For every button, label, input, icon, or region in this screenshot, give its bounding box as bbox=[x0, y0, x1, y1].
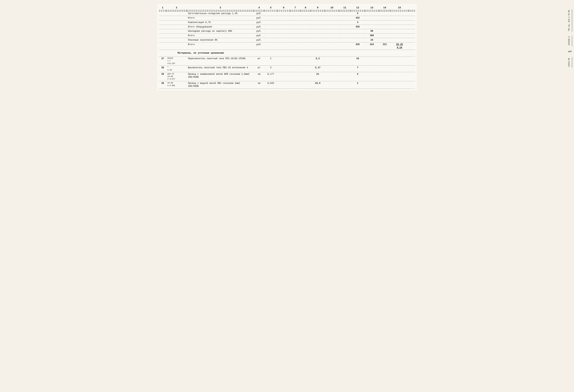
cell-col1 bbox=[159, 25, 166, 29]
cell-col15 bbox=[390, 81, 408, 89]
cell-col13 bbox=[365, 56, 379, 65]
cell-col14 bbox=[379, 81, 390, 89]
header-col14: 14 bbox=[379, 6, 390, 10]
table-row: 4015-09 п.5-001Провод с медной жилой ПВС… bbox=[159, 81, 415, 89]
cell-col4: руб. bbox=[254, 11, 264, 16]
table-row: Материалы, не учтенные ценниками bbox=[159, 50, 415, 56]
cell-col4: шт bbox=[254, 56, 264, 65]
cell-col2 bbox=[166, 25, 187, 29]
cell-col9: 2,17 bbox=[311, 65, 325, 72]
side-label-2: Альбом 8 bbox=[568, 36, 572, 46]
cell-col14 bbox=[379, 72, 390, 81]
cell-col15 bbox=[390, 34, 408, 38]
cell-col3: Заготовительно-складские расходы 1,2% bbox=[187, 11, 254, 16]
cell-col12 bbox=[350, 34, 365, 38]
cell-col10 bbox=[325, 34, 339, 38]
table-container: 1 2 3 4 5 6 7 8 9 10 11 12 13 14 15 bbox=[159, 6, 415, 89]
header-col9: 9 bbox=[311, 6, 325, 10]
cell-col8 bbox=[300, 42, 311, 50]
section-header: Материалы, не учтенные ценниками bbox=[159, 50, 415, 56]
cell-col3: Переключатель пакетный типа ПП2-10/В2-1Р… bbox=[187, 56, 254, 65]
cell-col12: 7 bbox=[350, 65, 365, 72]
cell-col3: Итого оборудования bbox=[187, 25, 254, 29]
main-table: 1 2 3 4 5 6 7 8 9 10 11 12 13 14 15 bbox=[159, 6, 415, 89]
cell-col14 bbox=[379, 16, 390, 20]
cell-col10 bbox=[325, 56, 339, 65]
cell-col10 bbox=[325, 38, 339, 42]
side-col bbox=[409, 16, 415, 20]
header-col2: 2 bbox=[166, 6, 187, 10]
side-col bbox=[409, 38, 415, 42]
cell-col2: " п.29 bbox=[166, 65, 187, 72]
cell-col2 bbox=[166, 20, 187, 25]
cell-col7 bbox=[290, 34, 300, 38]
cell-col3: Итого bbox=[187, 42, 254, 50]
cell-col8 bbox=[300, 20, 311, 25]
cell-col1 bbox=[159, 11, 166, 16]
cell-col13 bbox=[365, 81, 379, 89]
cell-col7 bbox=[290, 65, 300, 72]
cell-col15 bbox=[390, 56, 408, 65]
cell-col13: 300 bbox=[365, 34, 379, 38]
cell-col8 bbox=[300, 81, 311, 89]
cell-col2: 15-09 п.5-001 bbox=[166, 81, 187, 89]
cell-col11 bbox=[339, 81, 350, 89]
cell-col14 bbox=[379, 56, 390, 65]
header-col13: 13 bbox=[365, 6, 379, 10]
header-col4: 4 bbox=[254, 6, 264, 10]
side-col bbox=[409, 11, 415, 16]
cell-col13 bbox=[365, 20, 379, 25]
cell-col4: руб. bbox=[254, 25, 264, 29]
cell-col3: Провод с медной жилой ПВС сечением 1мм2 … bbox=[187, 81, 254, 89]
cell-col13 bbox=[365, 16, 379, 20]
table-row: Итого оборудованияруб.435 bbox=[159, 25, 415, 29]
cell-col14 bbox=[379, 20, 390, 25]
cell-col11 bbox=[339, 25, 350, 29]
header-col7: 7 bbox=[290, 6, 300, 10]
cell-col4: руб. bbox=[254, 42, 264, 50]
cell-col5: 0,045 bbox=[264, 81, 277, 89]
cell-col14 bbox=[379, 25, 390, 29]
cell-col6 bbox=[277, 25, 290, 29]
cell-col5: 3 bbox=[264, 65, 277, 72]
cell-col14 bbox=[379, 34, 390, 38]
cell-col6 bbox=[277, 34, 290, 38]
cell-col10 bbox=[325, 25, 339, 29]
side-col bbox=[409, 81, 415, 89]
cell-col9 bbox=[311, 38, 325, 42]
cell-col13 bbox=[365, 72, 379, 81]
header-row-1: 1 2 3 4 5 6 7 8 9 10 11 12 13 14 15 bbox=[159, 6, 415, 10]
cell-col10 bbox=[325, 16, 339, 20]
cell-col11 bbox=[339, 38, 350, 42]
header-col12: 12 bbox=[350, 6, 365, 10]
cell-col2 bbox=[166, 34, 187, 38]
cell-col4: км bbox=[254, 81, 264, 89]
cell-col14 bbox=[379, 38, 390, 42]
cell-col12: 10 bbox=[350, 56, 365, 65]
table-row: Итогоруб.432 bbox=[159, 16, 415, 20]
cell-col5 bbox=[264, 25, 277, 29]
cell-col8 bbox=[300, 34, 311, 38]
header-col6: 6 bbox=[277, 6, 290, 10]
cell-col6 bbox=[277, 16, 290, 20]
cell-col6 bbox=[277, 42, 290, 50]
cell-col4: руб. bbox=[254, 16, 264, 20]
cell-col15 bbox=[390, 16, 408, 20]
cell-col8 bbox=[300, 65, 311, 72]
cell-col9 bbox=[311, 42, 325, 50]
cell-col7 bbox=[290, 56, 300, 65]
cell-col1 bbox=[159, 29, 166, 34]
cell-col7 bbox=[290, 72, 300, 81]
cell-col1 bbox=[159, 34, 166, 38]
cell-col3: Накладные расходы на зарплату 80% bbox=[187, 29, 254, 34]
cell-col11 bbox=[339, 34, 350, 38]
cell-col11 bbox=[339, 65, 350, 72]
cell-col12: 4 bbox=[350, 72, 365, 81]
cell-col10 bbox=[325, 20, 339, 25]
cell-col10 bbox=[325, 11, 339, 16]
cell-col8 bbox=[300, 25, 311, 29]
header-col5: 5 bbox=[264, 6, 277, 10]
cell-col6 bbox=[277, 29, 290, 34]
cell-col5 bbox=[264, 29, 277, 34]
cell-col8 bbox=[300, 16, 311, 20]
